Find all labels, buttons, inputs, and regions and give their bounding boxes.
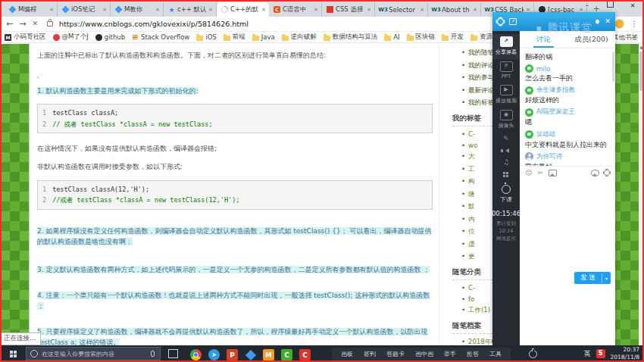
browser-tab[interactable]: W3Selector✕ xyxy=(375,2,428,17)
folder-bookmark-icon xyxy=(224,36,230,41)
bullet-icon: • xyxy=(461,152,465,160)
stop-loading-icon[interactable]: ✕ xyxy=(32,20,38,27)
emoji-icon[interactable]: ☺ xyxy=(525,169,532,176)
tab-close-icon[interactable]: ✕ xyxy=(155,7,160,13)
ppt-button[interactable]: P PPT xyxy=(492,59,520,83)
pencil-icon[interactable]: ✎ xyxy=(503,136,509,142)
bookmark-item[interactable]: 前端 xyxy=(224,33,245,42)
bookmark-item[interactable]: 开发 xyxy=(442,33,464,42)
share-icon[interactable]: ↗ xyxy=(509,18,517,25)
bookmark-item[interactable]: Stack Overflow xyxy=(132,33,189,41)
tab-discussion[interactable]: 讨论 xyxy=(520,31,567,48)
toolbar-item[interactable]: 画中画 xyxy=(415,350,433,358)
input-language-indicator[interactable]: 英 xyxy=(584,349,591,359)
bookmark-item[interactable]: 逆向破解 xyxy=(282,33,317,42)
bookmark-item[interactable]: 资源 xyxy=(470,33,492,42)
settings-gear-icon[interactable] xyxy=(497,18,504,25)
bookmark-item[interactable]: github xyxy=(95,33,125,41)
tab-title: M教你 xyxy=(124,5,153,14)
mcode-taskbar-icon[interactable]: M xyxy=(263,349,274,360)
bookmark-item[interactable]: @M了个J xyxy=(53,33,89,42)
back-icon[interactable]: ← xyxy=(6,20,13,28)
toolbar-item[interactable]: 画板 xyxy=(341,350,353,358)
share-screen-button[interactable]: ↗ 分享屏幕 xyxy=(492,34,520,59)
send-button[interactable]: 发 送 ▾ xyxy=(574,272,611,284)
scissors-icon[interactable]: ✂ xyxy=(537,169,543,176)
diamond-taskbar-icon[interactable] xyxy=(245,349,256,360)
browser-tab[interactable]: CC语言中✕ xyxy=(269,2,322,17)
class-timer: 00:15:46 xyxy=(492,210,521,217)
play-video-button[interactable]: ▶ 播放视频 xyxy=(492,83,520,108)
tab-close-icon[interactable]: ✕ xyxy=(314,7,318,13)
system-tray: 英 S 20:37 2018/11/8 xyxy=(584,346,644,361)
bookmark-item[interactable]: Java xyxy=(252,33,275,41)
end-class-button[interactable]: 下课 xyxy=(500,185,512,204)
microphone-icon[interactable] xyxy=(151,351,155,357)
bullet-icon: • xyxy=(461,252,465,260)
cgreen-taskbar-icon[interactable]: C xyxy=(281,349,292,360)
toolbar-item[interactable]: 答题卡 xyxy=(386,350,405,358)
send-options-arrow-icon[interactable]: ▾ xyxy=(602,276,611,281)
tab-close-icon[interactable]: ✕ xyxy=(420,7,424,13)
chrome-taskbar-icon[interactable] xyxy=(190,349,202,360)
bullet-icon: • xyxy=(461,48,465,56)
tab-members[interactable]: 成员(200) xyxy=(567,31,615,48)
browser-scrollbar[interactable]: ▲ xyxy=(639,44,644,345)
speaker-icon[interactable] xyxy=(503,148,509,153)
gem-favicon-icon xyxy=(9,6,17,14)
image-icon[interactable] xyxy=(549,170,557,176)
scrollbar-up-arrow-icon[interactable]: ▲ xyxy=(639,44,644,51)
tab-close-icon[interactable]: ✕ xyxy=(261,7,266,13)
pin-icon[interactable] xyxy=(595,19,600,24)
toolbar-item[interactable]: 举手 xyxy=(444,350,456,358)
grid-icon[interactable] xyxy=(503,172,508,177)
close-button[interactable]: ✕ xyxy=(621,0,644,14)
chat-input-area[interactable]: 发 送 ▾ xyxy=(520,179,615,289)
taskbar-clock[interactable]: 20:37 2018/11/8 xyxy=(611,346,639,361)
browser-tab[interactable]: CSS 选择✕ xyxy=(322,2,375,17)
tab-close-icon[interactable]: ✕ xyxy=(49,7,54,13)
chat-scrollbar-thumb[interactable] xyxy=(612,51,614,82)
browser-tab[interactable]: W3About th✕ xyxy=(428,2,481,17)
bookmark-item[interactable]: 区块链 xyxy=(407,33,436,42)
tab-close-icon[interactable]: ✕ xyxy=(208,7,213,13)
forward-icon[interactable]: → xyxy=(19,20,26,28)
bookmark-item[interactable]: AI xyxy=(384,33,399,41)
profile-avatar[interactable] xyxy=(614,19,624,29)
mute-list-icon[interactable] xyxy=(591,170,599,176)
ppt-taskbar-icon[interactable]: P xyxy=(227,349,238,360)
tab-close-icon[interactable]: ✕ xyxy=(102,7,107,13)
browser-tab[interactable]: M编程✕ xyxy=(5,2,58,17)
browser-tab[interactable]: C++的默✕ xyxy=(217,2,269,17)
url-text[interactable]: https://www.cnblogs.com/gklovexixi/p/581… xyxy=(59,20,249,28)
stack-bookmark-icon xyxy=(132,34,139,41)
scrollbar-thumb[interactable] xyxy=(639,51,643,91)
cred-taskbar-icon[interactable]: C xyxy=(299,349,311,360)
tab-close-icon[interactable]: ✕ xyxy=(473,7,477,13)
power-icon[interactable] xyxy=(529,350,537,358)
bookmark-item[interactable]: 数据结构与算法 xyxy=(324,33,378,42)
line-number: 1 xyxy=(42,109,46,117)
thunder-taskbar-icon[interactable]: ➤ xyxy=(208,349,220,360)
toolbar-item[interactable]: 抢答 xyxy=(467,350,479,358)
start-button[interactable] xyxy=(0,345,26,362)
chat-titlebar[interactable]: ↗ ✕ xyxy=(492,12,615,31)
music-icon[interactable]: ♫ xyxy=(503,159,509,166)
bookmark-item[interactable]: iOS xyxy=(196,33,216,41)
sidebar-item-label: C- xyxy=(468,284,475,292)
chat-close-icon[interactable]: ✕ xyxy=(605,18,611,25)
browser-menu-icon[interactable]: ⋮ xyxy=(630,20,638,28)
browser-tab[interactable]: iOS笔记✕ xyxy=(58,2,111,17)
toolbar-item[interactable]: 工具 xyxy=(489,350,502,358)
browser-tab[interactable]: ★c++ 默认✕ xyxy=(164,2,217,17)
taskbar-search-box[interactable]: 在这里输入你要搜索的内容 xyxy=(26,347,161,360)
browser-tab[interactable]: M教你✕ xyxy=(111,2,164,17)
sogou-input-icon[interactable]: S xyxy=(596,349,605,358)
task-view-button[interactable] xyxy=(168,349,178,358)
bookmark-item[interactable]: M小码哥社区 xyxy=(5,33,46,42)
tab-close-icon[interactable]: ✕ xyxy=(367,7,371,13)
message-sender-name: 为你写诗 xyxy=(536,152,562,161)
camera-button[interactable]: ◉ 摄像头 xyxy=(492,108,520,133)
toolbar-item[interactable]: 签到 xyxy=(364,350,376,358)
chat-settings-gear-icon[interactable] xyxy=(604,170,610,176)
